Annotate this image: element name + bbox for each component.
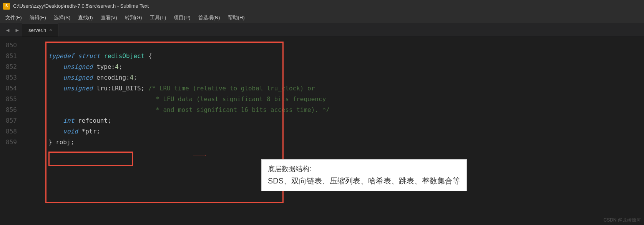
line-num-853: 853 (3, 72, 17, 83)
menu-prefs[interactable]: 首选项(N) (194, 13, 224, 23)
menu-select[interactable]: 选择(S) (50, 13, 74, 23)
code-editor[interactable]: typedef struct redisObject { unsigned ty… (23, 37, 644, 225)
tab-server-h[interactable]: server.h × (22, 23, 58, 37)
code-line-857: void *ptr; (23, 115, 644, 126)
menu-file[interactable]: 文件(F) (2, 13, 26, 23)
line-num-851: 851 (3, 51, 17, 62)
tab-label: server.h (28, 27, 46, 33)
title-text: C:\Users\zzyy\Desktop\redis-7.0.5\src\se… (13, 3, 149, 9)
line-num-852: 852 (3, 62, 17, 72)
popup-title: 底层数据结构: (268, 164, 460, 173)
line-num-855: 855 (3, 94, 17, 105)
menu-help[interactable]: 帮助(H) (224, 13, 249, 23)
menu-bar: 文件(F) 编辑(E) 选择(S) 查找(I) 查看(V) 转到(G) 工具(T… (0, 12, 644, 23)
content-area: 850 851 852 853 854 855 856 857 858 859 … (0, 37, 644, 225)
code-line-859 (23, 137, 644, 148)
menu-edit[interactable]: 编辑(E) (26, 13, 50, 23)
app-icon: S (3, 3, 10, 10)
code-line-858: } robj; (23, 126, 644, 137)
menu-view[interactable]: 查看(V) (97, 13, 121, 23)
line-numbers: 850 851 852 853 854 855 856 857 858 859 (0, 37, 23, 225)
tab-nav-forward[interactable]: ▶ (12, 25, 22, 35)
code-line-850: typedef struct redisObject { (23, 40, 644, 51)
menu-project[interactable]: 项目(P) (170, 13, 194, 23)
ptr-annotation-box (48, 152, 133, 166)
line-num-858: 858 (3, 126, 17, 137)
line-num-850: 850 (3, 40, 17, 51)
line-num-859: 859 (3, 137, 17, 148)
tab-close-button[interactable]: × (49, 27, 52, 33)
tab-nav-back[interactable]: ◀ (3, 25, 12, 35)
watermark: CSDN @龙崎流河 (603, 217, 641, 223)
menu-find[interactable]: 查找(I) (74, 13, 96, 23)
menu-goto[interactable]: 转到(G) (121, 13, 146, 23)
title-bar: S C:\Users\zzyy\Desktop\redis-7.0.5\src\… (0, 0, 644, 12)
line-num-854: 854 (3, 83, 17, 94)
tab-bar: ◀ ▶ server.h × (0, 23, 644, 37)
line-num-856: 856 (3, 105, 17, 115)
annotation-arrow (134, 155, 265, 156)
annotation-popup: 底层数据结构: SDS、双向链表、压缩列表、哈希表、跳表、整数集合等 (261, 159, 467, 191)
line-num-857: 857 (3, 115, 17, 126)
popup-content: SDS、双向链表、压缩列表、哈希表、跳表、整数集合等 (268, 176, 460, 186)
menu-tools[interactable]: 工具(T) (146, 13, 170, 23)
